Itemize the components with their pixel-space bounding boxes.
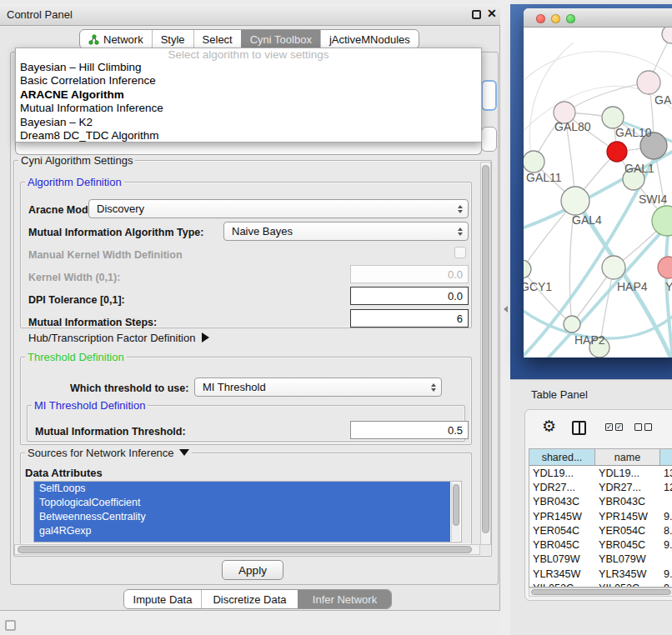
zoom-traffic-light-icon[interactable] (566, 14, 575, 23)
algorithm-option[interactable]: Basic Correlation Inference (16, 74, 481, 88)
hub-section-label: Hub/Transcription Factor Definition (28, 332, 195, 344)
algorithm-option[interactable]: Bayesian – K2 (16, 116, 481, 129)
gear-icon[interactable]: ⚙ (542, 418, 556, 434)
hub-section-toggle[interactable]: Hub/Transcription Factor Definition (28, 332, 209, 344)
split-columns-icon[interactable] (572, 421, 586, 435)
mi-type-value: Naive Bayes (232, 225, 293, 238)
table-cell: YLR345W (595, 568, 660, 580)
settings-vertical-scrollbar[interactable] (480, 162, 491, 545)
data-attribute-item[interactable]: SelfLoops (34, 482, 450, 496)
algorithm-popup-list: Bayesian – Hill ClimbingBasic Correlatio… (16, 61, 481, 142)
obscured-network-combo (15, 142, 482, 155)
table-row[interactable]: YIL052CYIL052C9 (529, 581, 672, 587)
mi-steps-field[interactable]: 6 (350, 309, 469, 328)
mi-threshold-label: Mutual Information Threshold: (35, 426, 186, 438)
select-all-checkboxes-icon[interactable]: ✓✓ (605, 423, 623, 431)
panel-splitter[interactable] (500, 0, 510, 635)
close-traffic-light-icon[interactable] (536, 14, 545, 23)
algorithm-definition-title: Algorithm Definition (25, 176, 124, 188)
splitter-collapse-icon[interactable] (504, 306, 508, 312)
data-attribute-item[interactable]: TopologicalCoefficient (34, 496, 450, 510)
algorithm-option[interactable]: Mutual Information Inference (16, 102, 481, 115)
table-cell: YBL079W (529, 553, 595, 565)
combo-spinner-icon (458, 205, 463, 213)
network-node[interactable] (602, 256, 625, 279)
network-node[interactable] (524, 151, 544, 172)
table-body[interactable]: YDL19...YDL19...13YDR27...YDR27...12YBR0… (529, 466, 672, 587)
table-row[interactable]: YLR345WYLR345W9. (529, 567, 672, 581)
network-node[interactable] (652, 206, 672, 236)
network-icon (88, 34, 99, 45)
table-row[interactable]: YDR27...YDR27...12 (529, 480, 672, 494)
network-canvas[interactable]: GALGAL80GAL10GAL1GAL11SWI4GAL4GCY1HAP4YH… (524, 28, 672, 358)
node-label: GAL10 (615, 126, 652, 139)
control-panel-titlebar: Control Panel (0, 4, 500, 26)
manual-kernel-label: Manual Kernel Width Definition (28, 249, 183, 261)
column-header-shared-name[interactable]: shared... (529, 449, 595, 465)
algorithm-option[interactable]: Bayesian – Hill Climbing (16, 61, 481, 74)
tab-style[interactable]: Style (152, 30, 193, 48)
clear-checkboxes-icon[interactable] (634, 423, 652, 431)
aracne-mode-combo[interactable]: Discovery (88, 199, 469, 218)
settings-horizontal-scrollbar[interactable] (14, 544, 480, 555)
tab-jactivemnodules[interactable]: jActiveMNodules (320, 30, 419, 48)
network-node[interactable] (564, 316, 580, 332)
table-row[interactable]: YBR045CYBR045C9. (529, 538, 672, 552)
table-cell: YBR045C (595, 539, 660, 551)
algorithm-option[interactable]: ARACNE Algorithm (16, 88, 481, 102)
network-node[interactable] (637, 71, 660, 94)
manual-kernel-checkbox[interactable] (454, 247, 466, 258)
table-row[interactable]: YER054CYER054C8. (529, 523, 672, 538)
table-cell: YDL19... (595, 468, 660, 479)
tab-network[interactable]: Network (80, 30, 152, 48)
mi-type-combo[interactable]: Naive Bayes (223, 222, 469, 241)
table-cell: 8. (660, 525, 672, 537)
column-header-clipped[interactable] (660, 449, 672, 465)
obscured-combo-fragment (481, 80, 497, 111)
table-row[interactable]: YBR043CYBR043C (529, 495, 672, 509)
which-threshold-combo[interactable]: MI Threshold (194, 378, 442, 397)
apply-button[interactable]: Apply (222, 560, 283, 580)
table-horizontal-scrollbar[interactable] (529, 588, 672, 597)
table-row[interactable]: YBL079WYBL079W (529, 552, 672, 567)
network-node[interactable] (658, 257, 672, 278)
network-window-titlebar[interactable] (524, 8, 672, 28)
algorithm-option[interactable]: Dream8 DC_TDC Algorithm (16, 129, 481, 142)
tab-impute-data[interactable]: Impute Data (124, 590, 201, 608)
data-attribute-item[interactable]: gal4RGexp (34, 524, 450, 538)
table-row[interactable]: YDL19...YDL19...13 (529, 466, 672, 480)
network-node[interactable] (524, 260, 531, 278)
data-attributes-list[interactable]: SelfLoopsTopologicalCoefficientBetweenne… (33, 481, 462, 542)
node-label: GAL11 (526, 171, 562, 184)
data-attribute-item[interactable]: BetweennessCentrality (34, 510, 450, 524)
node-label: SWI4 (639, 192, 667, 206)
collapsed-panel-icon[interactable] (5, 620, 16, 631)
collapsed-arrow-icon (202, 332, 209, 342)
network-node[interactable] (607, 142, 627, 162)
tab-select[interactable]: Select (193, 30, 241, 48)
table-row[interactable]: YPR145WYPR145W9. (529, 509, 672, 523)
sources-group-title[interactable]: Sources for Network Inference (25, 447, 192, 459)
network-node[interactable] (662, 28, 672, 43)
tab-cyni-toolbox[interactable]: Cyni Toolbox (241, 30, 320, 48)
which-threshold-label: Which threshold to use: (70, 382, 188, 394)
dpi-tolerance-field[interactable]: 0.0 (350, 287, 469, 305)
table-cell: 13 (660, 468, 672, 479)
minimize-traffic-light-icon[interactable] (551, 14, 560, 23)
node-label: GAL (654, 93, 672, 107)
kernel-width-field[interactable]: 0.0 (350, 265, 469, 283)
table-cell: 9. (660, 568, 672, 580)
tab-infer-network[interactable]: Infer Network (298, 590, 391, 608)
mi-threshold-definition-title: MI Threshold Definition (32, 399, 148, 412)
column-header-name[interactable]: name (595, 449, 660, 465)
float-window-icon[interactable] (472, 10, 481, 19)
table-cell: YBR045C (529, 539, 595, 551)
table-cell: YPR145W (529, 511, 595, 522)
mi-threshold-field[interactable]: 0.5 (350, 421, 469, 439)
mi-type-label: Mutual Information Algorithm Type: (28, 227, 203, 238)
node-table: shared... name YDL19...YDL19...13YDR27..… (529, 448, 672, 588)
tab-discretize-data[interactable]: Discretize Data (201, 590, 298, 608)
network-node[interactable] (561, 187, 589, 215)
close-icon[interactable]: ✕ (487, 7, 497, 20)
attribute-list-scrollbar[interactable] (451, 482, 460, 541)
